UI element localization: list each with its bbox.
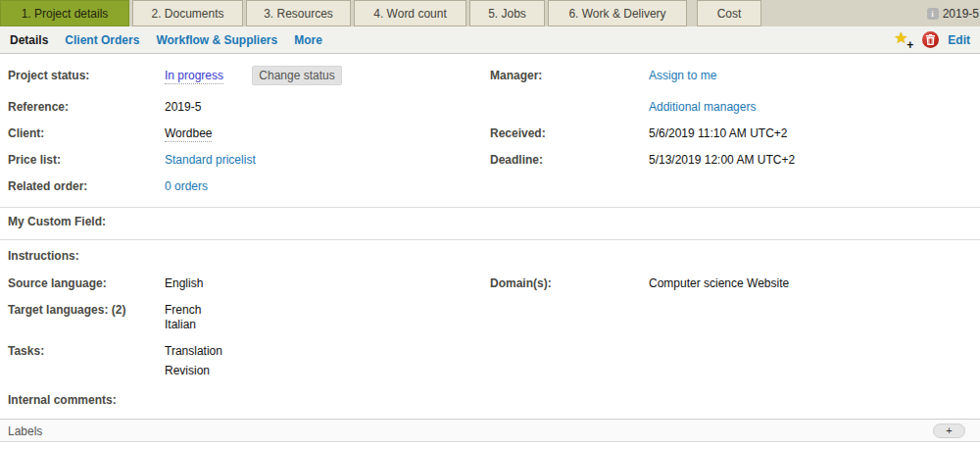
reference-value: 2019-5	[165, 100, 201, 114]
related-order-label: Related order:	[8, 179, 87, 193]
delete-project-icon[interactable]	[922, 31, 939, 48]
tab-work-delivery[interactable]: 6. Work & Delivery	[548, 0, 687, 26]
reference-label: Reference:	[8, 100, 69, 114]
task-item: Revision	[165, 364, 210, 377]
price-list-label: Price list:	[8, 153, 61, 167]
deadline-label: Deadline:	[490, 153, 543, 167]
labels-title: Labels	[8, 424, 42, 438]
nav-workflow-suppliers[interactable]: Workflow & Suppliers	[156, 33, 277, 47]
change-status-button[interactable]: Change status	[252, 66, 342, 85]
received-label: Received:	[490, 126, 546, 140]
section-divider	[0, 239, 980, 240]
project-details-panel: Project status: In progress Change statu…	[0, 54, 980, 448]
tab-documents[interactable]: 2. Documents	[132, 0, 243, 26]
section-divider	[0, 207, 980, 208]
assign-to-me-link[interactable]: Assign to me	[649, 69, 716, 82]
price-list-link[interactable]: Standard pricelist	[165, 153, 256, 167]
nav-client-orders[interactable]: Client Orders	[65, 33, 139, 47]
tasks-label: Tasks:	[8, 344, 44, 358]
tab-resources[interactable]: 3. Resources	[246, 0, 351, 26]
client-link[interactable]: Wordbee	[165, 126, 212, 142]
project-reference-text: 2019-5	[943, 7, 979, 21]
client-value: Wordbee	[165, 126, 212, 140]
target-languages-label: Target languages: (2)	[8, 303, 125, 317]
internal-comments-label: Internal comments:	[8, 393, 117, 407]
add-label-button[interactable]: +	[933, 424, 965, 438]
additional-managers-link[interactable]: Additional managers	[649, 100, 756, 114]
nav-details[interactable]: Details	[10, 33, 48, 47]
related-order-link[interactable]: 0 orders	[165, 179, 208, 193]
custom-field-label: My Custom Field:	[8, 215, 106, 228]
project-reference-header: i 2019-5	[927, 0, 980, 26]
manager-label: Manager:	[490, 69, 542, 82]
task-item: Translation	[165, 344, 222, 358]
labels-bar: Labels +	[0, 419, 980, 442]
tab-cost[interactable]: Cost	[697, 0, 761, 26]
info-icon: i	[927, 8, 939, 20]
target-language-item: Italian	[165, 318, 196, 331]
plus-icon: +	[906, 40, 913, 50]
trash-icon	[926, 34, 935, 45]
target-language-item: French	[165, 303, 201, 317]
project-status-value: In progress	[165, 69, 223, 82]
domains-value: Computer science Website	[649, 276, 789, 290]
project-tab-bar: 1. Project details 2. Documents 3. Resou…	[0, 0, 980, 26]
client-label: Client:	[8, 126, 44, 140]
add-favorite-icon[interactable]: ★ +	[894, 31, 913, 49]
project-status-link[interactable]: In progress	[165, 69, 223, 84]
tab-project-details[interactable]: 1. Project details	[0, 0, 129, 26]
source-language-label: Source language:	[8, 276, 107, 290]
details-nav-bar: Details Client Orders Workflow & Supplie…	[0, 26, 980, 54]
received-value: 5/6/2019 11:10 AM UTC+2	[649, 126, 788, 140]
deadline-value: 5/13/2019 12:00 AM UTC+2	[649, 153, 795, 167]
project-status-label: Project status:	[8, 69, 89, 82]
nav-more[interactable]: More	[294, 33, 322, 47]
source-language-value: English	[165, 276, 203, 290]
instructions-label: Instructions:	[8, 249, 79, 263]
tab-word-count[interactable]: 4. Word count	[354, 0, 466, 26]
edit-link[interactable]: Edit	[948, 33, 970, 47]
domains-label: Domain(s):	[490, 276, 552, 290]
tab-jobs[interactable]: 5. Jobs	[469, 0, 545, 26]
